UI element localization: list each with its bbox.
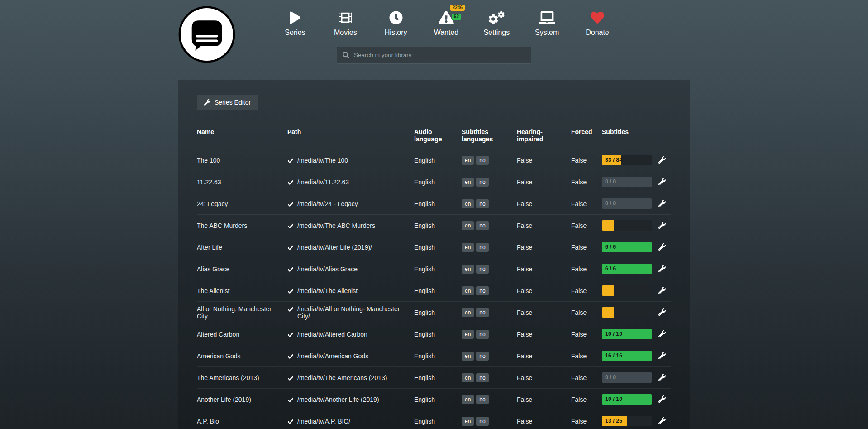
edit-series-button[interactable]	[658, 264, 667, 273]
series-name[interactable]: A.P. Bio	[197, 418, 287, 425]
progress-label: 10 / 10	[605, 329, 622, 339]
nav-settings[interactable]: Settings	[482, 10, 510, 37]
check-icon	[287, 376, 293, 381]
subtitles-progress-bar	[602, 220, 652, 231]
nav-wanted[interactable]: 2246 62 Wanted	[432, 10, 460, 37]
series-name[interactable]: The ABC Murders	[197, 222, 287, 229]
nav-donate[interactable]: Donate	[583, 10, 611, 37]
subtitles-progress-bar: 0 / 0	[602, 372, 652, 383]
audio-language: English	[414, 396, 462, 403]
edit-series-button[interactable]	[658, 177, 667, 186]
check-icon	[287, 419, 293, 425]
language-badge: no	[476, 330, 488, 339]
edit-series-button[interactable]	[658, 395, 667, 404]
progress-label: 0 / 0	[605, 177, 616, 187]
edit-series-button[interactable]	[658, 416, 667, 425]
hearing-impaired-value: False	[517, 418, 571, 425]
series-path: /media/tv/Alias Grace	[297, 265, 358, 273]
subtitle-languages: enno	[462, 308, 517, 317]
hearing-impaired-value: False	[517, 265, 571, 273]
series-name[interactable]: Alias Grace	[197, 265, 287, 273]
nav-label-series: Series	[285, 29, 305, 37]
series-path: /media/tv/The Alienist	[297, 287, 358, 294]
series-name[interactable]: American Gods	[197, 352, 287, 360]
series-name[interactable]: The Alienist	[197, 287, 287, 294]
series-name[interactable]: 11.22.63	[197, 178, 287, 186]
table-row: The ABC Murders /media/tv/The ABC Murder…	[197, 215, 671, 236]
search-bar	[337, 47, 531, 63]
col-header-audio-language: Audio language	[414, 128, 462, 143]
app-logo[interactable]	[178, 5, 236, 63]
check-icon	[287, 354, 293, 360]
wrench-icon	[658, 287, 666, 294]
check-icon	[287, 267, 293, 273]
main-nav: Series Movies History 2246 62 Wanted	[281, 10, 611, 37]
nav-series[interactable]: Series	[281, 10, 309, 37]
edit-series-button[interactable]	[658, 308, 667, 317]
series-name[interactable]: Altered Carbon	[197, 331, 287, 338]
wrench-icon	[658, 330, 666, 337]
table-body: The 100 /media/tv/The 100 English enno F…	[197, 149, 671, 429]
series-name[interactable]: All or Nothing: Manchester City	[197, 305, 287, 320]
wrench-icon	[658, 265, 666, 272]
language-badge: en	[462, 286, 474, 295]
subtitle-languages: enno	[462, 330, 517, 339]
forced-value: False	[571, 374, 602, 381]
series-path: /media/tv/24 - Legacy	[297, 200, 358, 207]
series-path: /media/tv/The Americans (2013)	[297, 374, 387, 381]
nav-history[interactable]: History	[382, 10, 410, 37]
subtitles-progress-bar: 10 / 10	[602, 394, 652, 405]
table-row: All or Nothing: Manchester City /media/t…	[197, 302, 671, 323]
edit-series-button[interactable]	[658, 155, 667, 164]
edit-series-button[interactable]	[658, 329, 667, 338]
header: Series Movies History 2246 62 Wanted	[0, 0, 868, 80]
table-row: The Americans (2013) /media/tv/The Ameri…	[197, 367, 671, 389]
table-row: 11.22.63 /media/tv/11.22.63 English enno…	[197, 171, 671, 193]
edit-series-button[interactable]	[658, 373, 667, 382]
language-badge: no	[476, 395, 488, 404]
table-header-row: Name Path Audio language Subtitles langu…	[197, 124, 671, 149]
subtitles-progress-bar: 33 / 84	[602, 155, 652, 165]
subtitles-progress-bar	[602, 307, 652, 318]
progress-label: 0 / 0	[605, 198, 616, 209]
subtitle-languages: enno	[462, 221, 517, 230]
wrench-icon	[658, 200, 666, 207]
check-icon	[287, 245, 293, 251]
series-name[interactable]: The 100	[197, 157, 287, 164]
language-badge: en	[462, 395, 474, 404]
subtitles-progress-bar: 0 / 0	[602, 198, 652, 209]
nav-movies[interactable]: Movies	[331, 10, 359, 37]
edit-series-button[interactable]	[658, 242, 667, 251]
col-header-subtitles: Subtitles	[602, 128, 658, 135]
language-badge: en	[462, 352, 474, 361]
language-badge: en	[462, 243, 474, 252]
forced-value: False	[571, 331, 602, 338]
search-input[interactable]	[354, 52, 525, 58]
series-editor-button[interactable]: Series Editor	[197, 95, 258, 110]
edit-series-button[interactable]	[658, 286, 667, 295]
table-row: The Alienist /media/tv/The Alienist Engl…	[197, 280, 671, 302]
series-name[interactable]: The Americans (2013)	[197, 374, 287, 381]
edit-series-button[interactable]	[658, 221, 667, 230]
edit-series-button[interactable]	[658, 199, 667, 208]
audio-language: English	[414, 418, 462, 425]
search-icon	[343, 52, 349, 58]
language-badge: no	[476, 352, 488, 361]
progress-label: 6 / 6	[605, 264, 616, 274]
hearing-impaired-value: False	[517, 244, 571, 251]
audio-language: English	[414, 331, 462, 338]
forced-value: False	[571, 418, 602, 425]
forced-value: False	[571, 222, 602, 229]
edit-series-button[interactable]	[658, 351, 667, 360]
wrench-icon	[658, 308, 666, 316]
language-badge: en	[462, 417, 474, 426]
series-name[interactable]: Another Life (2019)	[197, 396, 287, 403]
check-icon	[287, 202, 293, 207]
series-path: /media/tv/The ABC Murders	[297, 222, 375, 229]
language-badge: no	[476, 373, 488, 382]
table-row: Another Life (2019) /media/tv/Another Li…	[197, 389, 671, 410]
progress-label: 6 / 6	[605, 242, 616, 252]
nav-system[interactable]: System	[533, 10, 561, 37]
series-name[interactable]: 24: Legacy	[197, 200, 287, 207]
series-name[interactable]: After Life	[197, 244, 287, 251]
